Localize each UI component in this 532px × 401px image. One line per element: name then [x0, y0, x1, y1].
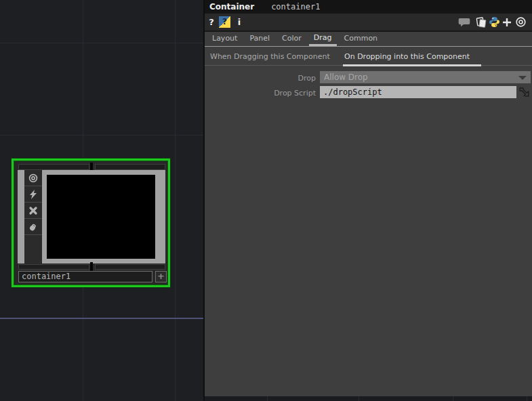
lock-flag-icon[interactable]	[24, 219, 42, 235]
op-name-label: container1	[271, 2, 320, 12]
tab-common[interactable]: Common	[340, 32, 383, 46]
parameter-header: Container container1	[205, 0, 532, 14]
network-editor[interactable]: container1 +	[0, 0, 203, 401]
drop-dropdown-value: Allow Drop	[324, 72, 368, 82]
drop-param-label: Drop	[205, 74, 316, 83]
chevron-down-icon	[518, 76, 527, 80]
subtab-selected-underline	[343, 64, 481, 66]
grid-line	[0, 43, 203, 43]
parameter-toolbar: ? ? i	[205, 14, 532, 30]
node-viewer-frame	[42, 170, 165, 263]
node-input-connector-right[interactable]	[95, 164, 165, 170]
node-name-field[interactable]: container1	[18, 271, 152, 282]
script-picker-icon[interactable]	[518, 85, 531, 99]
tab-layout[interactable]: Layout	[207, 32, 242, 46]
touchdesigner-window: container1 + Container container1 ? ? i	[0, 0, 532, 401]
tabs-baseline	[205, 46, 532, 47]
node-input-connector-left[interactable]	[18, 164, 89, 170]
node-flags-column	[24, 170, 42, 263]
node-output-connector-left[interactable]	[18, 264, 89, 270]
copy-page-icon[interactable]	[474, 14, 488, 30]
tab-panel[interactable]: Panel	[245, 32, 274, 46]
subtab-on-dropping[interactable]: On Dropping into this Component	[344, 52, 470, 61]
info-button[interactable]: i	[234, 14, 244, 30]
node-viewer[interactable]	[47, 175, 155, 259]
bypass-flag-icon[interactable]	[24, 203, 42, 219]
subtab-when-dragging[interactable]: When Dragging this Component	[210, 52, 330, 61]
comment-icon[interactable]	[457, 14, 471, 30]
grid-line	[0, 135, 203, 135]
node-child-connector[interactable]	[90, 262, 93, 272]
parameter-dialog: Container container1 ? ? i	[205, 0, 532, 401]
bottom-strip	[205, 396, 532, 401]
python-icon[interactable]	[487, 14, 501, 30]
node-side-strip	[18, 170, 24, 263]
tab-drag[interactable]: Drag	[309, 32, 337, 46]
node-container1[interactable]: container1 +	[12, 159, 170, 287]
render-flag-icon[interactable]	[24, 186, 42, 203]
node-add-button[interactable]: +	[155, 271, 167, 282]
parameter-page-tabs: Layout Panel Color Drag Common	[207, 32, 382, 46]
drop-dropdown[interactable]: Allow Drop	[320, 71, 531, 83]
drop-script-param-label: Drop Script	[205, 89, 316, 98]
drop-script-input[interactable]	[320, 86, 516, 98]
viewer-flag-icon[interactable]	[24, 170, 42, 186]
help-button[interactable]: ?	[206, 14, 217, 30]
node-output-connector-right[interactable]	[95, 264, 165, 270]
grid-line	[175, 0, 176, 401]
bullseye-filter-icon[interactable]	[514, 14, 527, 30]
python-help-button[interactable]: ?	[219, 16, 230, 28]
add-parameter-icon[interactable]	[500, 14, 514, 30]
network-origin-axis	[0, 318, 203, 319]
tab-color[interactable]: Color	[277, 32, 306, 46]
op-type-label: Container	[209, 2, 254, 12]
